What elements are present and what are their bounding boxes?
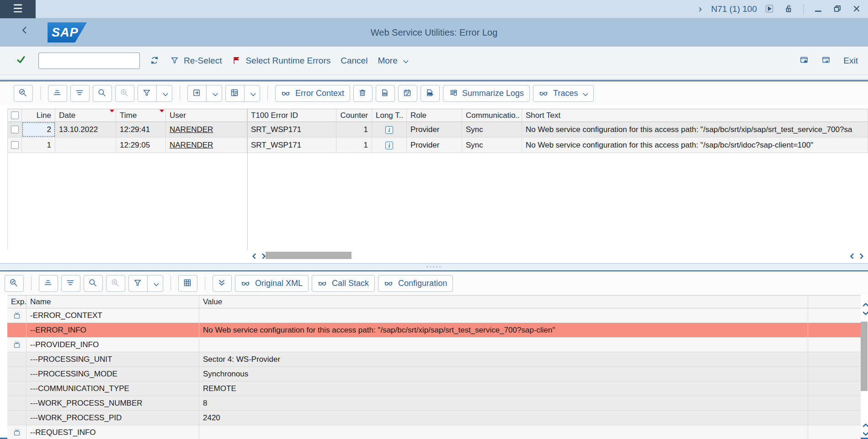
error-context-button[interactable]: Error Context	[275, 85, 350, 102]
new-window-icon[interactable]	[821, 55, 832, 66]
table-row[interactable]: ---PROCESSING_UNITSector 4: WS-Provider	[7, 352, 861, 367]
splitter-grip[interactable]: ·····	[0, 263, 868, 270]
scrollbar-thumb[interactable]	[266, 252, 351, 259]
xml-button[interactable]	[421, 85, 440, 102]
expand-all-button[interactable]	[213, 275, 232, 292]
enter-button[interactable]	[16, 55, 28, 67]
column-header-counter[interactable]: Counter	[336, 109, 372, 122]
sort-ascending-button[interactable]	[48, 85, 67, 102]
vertical-scrollbar[interactable]	[861, 300, 868, 438]
details-button[interactable]	[5, 275, 24, 292]
find-next-button[interactable]	[115, 85, 134, 102]
scroll-right-icon[interactable]	[857, 251, 864, 259]
details-button[interactable]	[14, 85, 33, 102]
layout-menu-button[interactable]	[244, 85, 260, 102]
column-header-time[interactable]: Time	[116, 109, 166, 122]
hamburger-menu-button[interactable]: ☰	[0, 0, 36, 18]
sort-ascending-button[interactable]	[39, 275, 58, 292]
close-button[interactable]	[851, 3, 863, 16]
cell-name: ---WORK_PROCESS_NUMBER	[27, 396, 199, 410]
table-view-button[interactable]	[178, 275, 197, 292]
delete-button[interactable]	[353, 85, 373, 102]
refresh-button[interactable]	[150, 56, 160, 66]
long-text-icon[interactable]: i	[385, 142, 393, 149]
row-select-checkbox[interactable]	[11, 126, 19, 133]
shortcut-window-icon[interactable]	[799, 55, 810, 66]
table-row[interactable]: ---COMMUNICATION_TYPEREMOTE	[7, 381, 861, 396]
original-xml-button[interactable]: Original XML	[235, 275, 309, 292]
scroll-up-icon[interactable]	[861, 420, 868, 428]
export-button[interactable]	[187, 85, 207, 102]
script-recording-icon[interactable]	[763, 3, 776, 16]
table-row[interactable]: --ERROR_INFONo Web service configuration…	[7, 323, 861, 338]
row-select-checkbox[interactable]	[11, 141, 19, 149]
table-row[interactable]: --PROVIDER_INFO	[7, 338, 861, 352]
find-button[interactable]	[93, 85, 112, 102]
scroll-down-icon[interactable]	[861, 429, 868, 437]
summarize-logs-button[interactable]: Summarize Logs	[443, 85, 530, 102]
traces-menu-button[interactable]: Traces	[533, 85, 594, 102]
expand-node-icon[interactable]	[12, 428, 21, 437]
column-header-value[interactable]: Value	[199, 296, 808, 308]
user-link[interactable]: NARENDER	[170, 141, 213, 149]
table-row[interactable]: ---WORK_PROCESS_PID2420	[7, 411, 861, 425]
column-header-long[interactable]: Long T..	[372, 109, 407, 122]
column-header-role[interactable]: Role	[407, 109, 462, 122]
cancel-button[interactable]: Cancel	[341, 56, 367, 66]
exit-button[interactable]: Exit	[843, 56, 858, 66]
sort-descending-button[interactable]	[61, 275, 80, 292]
column-header-user[interactable]: User	[166, 109, 247, 122]
filter-menu-button[interactable]	[147, 275, 163, 292]
column-header-t100[interactable]: T100 Error ID	[247, 109, 336, 122]
find-next-button[interactable]	[106, 275, 125, 292]
column-header-name[interactable]: Name	[27, 296, 199, 308]
table-row[interactable]: --REQUEST_INFO	[7, 425, 861, 439]
configuration-button[interactable]: Configuration	[378, 275, 453, 292]
set-filter-button[interactable]	[138, 85, 157, 102]
layout-button[interactable]	[225, 85, 245, 102]
cell-name: ---PROCESSING_MODE	[27, 367, 199, 381]
cell-line: 2	[22, 122, 55, 137]
expand-node-icon[interactable]	[12, 311, 21, 320]
more-menu-button[interactable]: More	[378, 56, 408, 66]
table-row[interactable]: 213.10.202212:29:41NARENDERSRT_WSP1711iP…	[7, 122, 868, 138]
restore-button[interactable]	[831, 3, 844, 16]
column-header-date[interactable]: Date	[55, 109, 116, 122]
command-field[interactable]	[38, 53, 140, 69]
set-filter-button[interactable]	[128, 275, 148, 292]
call-stack-button[interactable]: Call Stack	[312, 275, 375, 292]
filter-menu-button[interactable]	[156, 85, 172, 102]
long-text-icon[interactable]: i	[385, 126, 393, 134]
minimize-button[interactable]	[812, 3, 825, 16]
column-header-line[interactable]: Line	[22, 109, 55, 122]
scrollbar-thumb[interactable]	[861, 322, 868, 391]
schedule-button[interactable]	[398, 85, 417, 102]
scroll-left-icon[interactable]	[847, 251, 855, 259]
scroll-left-icon[interactable]	[249, 251, 257, 259]
cell-expand	[7, 308, 27, 323]
horizontal-scrollbar[interactable]	[0, 249, 868, 261]
select-runtime-errors-button[interactable]: Select Runtime Errors	[232, 56, 330, 66]
column-header-short_text[interactable]: Short Text	[522, 109, 868, 122]
expand-node-icon[interactable]	[12, 340, 21, 349]
reselect-button[interactable]: Re-Select	[170, 56, 222, 66]
table-row[interactable]: 112:29:05NARENDERSRT_WSP1711iProviderSyn…	[7, 138, 868, 153]
sort-descending-button[interactable]	[70, 85, 90, 102]
table-row[interactable]: -ERROR_CONTEXT	[7, 308, 861, 323]
panel-splitter[interactable]: ·····	[0, 263, 868, 270]
export-menu-button[interactable]	[206, 85, 222, 102]
find-button[interactable]	[84, 275, 103, 292]
command-input[interactable]	[39, 54, 147, 68]
column-header-comm[interactable]: Communicatio..	[462, 109, 522, 122]
display-document-button[interactable]	[376, 85, 395, 102]
lock-open-icon[interactable]	[783, 3, 795, 16]
scroll-down-icon[interactable]	[861, 308, 868, 316]
scroll-up-icon[interactable]	[861, 300, 868, 307]
select-all-checkbox[interactable]	[11, 111, 19, 119]
column-header-sel[interactable]	[7, 109, 22, 122]
user-link[interactable]: NARENDER	[170, 125, 213, 134]
system-tray-chevron-icon[interactable]: ›	[698, 4, 702, 14]
table-row[interactable]: ---PROCESSING_MODESynchronous	[7, 367, 861, 381]
column-header-exp[interactable]: Exp..	[7, 296, 27, 308]
table-row[interactable]: ---WORK_PROCESS_NUMBER8	[7, 396, 861, 411]
